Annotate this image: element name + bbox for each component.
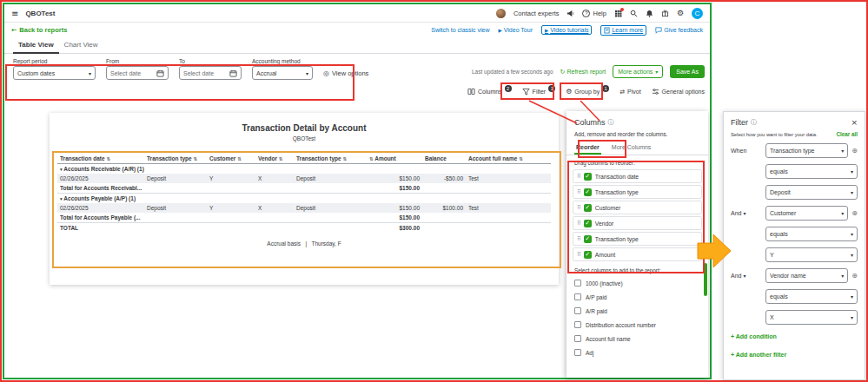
col-header[interactable]: ⇅ Amount [367, 154, 422, 164]
remove-condition-icon[interactable]: ⊕ [851, 147, 858, 155]
checkbox-checked[interactable]: ✓ [584, 173, 592, 181]
view-options-button[interactable]: ◎ View options [323, 69, 368, 80]
give-feedback-link[interactable]: Give feedback [655, 27, 703, 34]
switch-classic-link[interactable]: Switch to classic view [431, 27, 489, 33]
remove-condition-icon[interactable]: ⊕ [851, 209, 858, 217]
collapse-group-icon[interactable]: ▾ [60, 196, 63, 201]
info-icon[interactable]: ⓘ [751, 118, 757, 127]
group-header-row[interactable]: ▾ Accounts Payable (A/P) (1) [57, 194, 551, 204]
add-column-item[interactable]: Account full name [574, 333, 700, 345]
group-header-row[interactable]: ▾ Accounts Receivable (A/R) (1) [57, 164, 551, 175]
and-label[interactable]: And▾ [731, 210, 762, 216]
settings-gear-icon[interactable]: ⚙ [677, 9, 684, 17]
add-column-item[interactable]: Adj [574, 346, 700, 359]
remove-condition-icon[interactable]: ⊕ [851, 272, 858, 280]
general-options-button[interactable]: General options [652, 88, 705, 96]
info-icon[interactable]: ⓘ [608, 118, 614, 127]
reorder-item[interactable]: ⠿ ✓ Transaction type [573, 232, 702, 246]
reorder-item[interactable]: ⠿ ✓ Vendor [573, 216, 702, 230]
checkbox-unchecked[interactable] [574, 307, 581, 314]
video-tour-link[interactable]: ▶ Video Tour [499, 27, 533, 33]
add-column-item[interactable]: Distribution account number [574, 319, 700, 331]
checkbox-checked[interactable]: ✓ [584, 204, 592, 212]
checkbox-unchecked[interactable] [574, 293, 581, 300]
clear-all-link[interactable]: Clear all [836, 131, 858, 137]
notifications-bell-icon[interactable] [646, 10, 653, 17]
add-another-filter-link[interactable]: + Add another filter [731, 352, 858, 358]
drag-handle-icon[interactable]: ⠿ [577, 251, 580, 258]
add-column-item[interactable]: A/R paid [574, 305, 700, 317]
close-icon[interactable]: × [851, 118, 858, 127]
add-condition-link[interactable]: + Add condition [731, 333, 858, 339]
checkbox-checked[interactable]: ✓ [584, 220, 592, 227]
report-period-select[interactable]: Custom dates ▾ [13, 66, 96, 80]
drag-handle-icon[interactable]: ⠿ [577, 220, 580, 227]
tab-table-view[interactable]: Table View [13, 37, 59, 54]
col-header[interactable]: Vendor ⇅ [255, 154, 294, 164]
and-label[interactable]: And▾ [731, 273, 762, 279]
table-row[interactable]: 02/26/2025 Deposit Y X Deposit $150.00 $… [57, 203, 551, 213]
checkbox-unchecked[interactable] [574, 321, 581, 328]
collapse-group-icon[interactable]: ▾ [60, 167, 63, 172]
tab-reorder[interactable]: Reorder [574, 142, 601, 155]
tab-more-columns[interactable]: More Columns [610, 142, 653, 155]
group-by-button[interactable]: ⚙ Group by 1 [566, 88, 609, 96]
drag-handle-icon[interactable]: ⠿ [577, 235, 580, 242]
reorder-item[interactable]: ⠿ ✓ Amount [573, 247, 702, 261]
accounting-method-select[interactable]: Accrual ▾ [252, 66, 313, 80]
pivot-button[interactable]: ⇄ Pivot [620, 89, 640, 96]
value-select[interactable]: Deposit▾ [765, 185, 858, 200]
apps-grid-icon[interactable] [614, 10, 622, 17]
checkbox-checked[interactable]: ✓ [584, 235, 592, 243]
operator-select[interactable]: equals▾ [765, 227, 858, 241]
help-button[interactable]: ? Help [582, 10, 606, 17]
columns-button[interactable]: Columns 2 [467, 88, 512, 96]
drag-handle-icon[interactable]: ⠿ [577, 204, 580, 211]
add-column-item[interactable]: A/P paid [574, 291, 700, 303]
col-header[interactable]: Account full name ⇅ [466, 154, 551, 164]
contact-experts-link[interactable]: Contact experts [514, 10, 560, 17]
reorder-item[interactable]: ⠿ ✓ Customer [573, 201, 702, 214]
table-row[interactable]: 02/26/2025 Deposit Y X Deposit $150.00 -… [57, 174, 551, 183]
topbar-right: Contact experts ? Help [496, 8, 703, 19]
field-select[interactable]: Customer▾ [765, 206, 848, 221]
learn-more-link[interactable]: Learn more [600, 25, 646, 36]
checkbox-checked[interactable]: ✓ [584, 251, 592, 259]
more-actions-button[interactable]: More actions ▾ [613, 65, 663, 78]
value-select[interactable]: Y▾ [765, 247, 858, 262]
add-column-item[interactable]: 1000 (inactive) [574, 277, 700, 289]
checkbox-unchecked[interactable] [574, 335, 581, 342]
gift-icon[interactable] [661, 10, 669, 17]
to-date-input[interactable]: Select date [179, 66, 242, 80]
operator-select[interactable]: equals▾ [765, 164, 858, 179]
col-header[interactable]: Transaction type ⇅ [144, 154, 207, 164]
user-avatar[interactable]: C [692, 8, 703, 19]
col-header[interactable]: Balance [422, 154, 466, 164]
filter-button[interactable]: Filter 1 [522, 88, 556, 96]
operator-select[interactable]: equals▾ [765, 289, 858, 304]
megaphone-icon[interactable] [567, 10, 574, 17]
drag-handle-icon[interactable]: ⠿ [577, 173, 580, 180]
col-header[interactable]: Customer ⇅ [207, 154, 255, 164]
save-as-button[interactable]: Save As [670, 65, 705, 78]
field-select[interactable]: Transaction type▾ [765, 143, 848, 158]
checkbox-unchecked[interactable] [574, 280, 581, 286]
checkbox-checked[interactable]: ✓ [584, 188, 592, 196]
reorder-item[interactable]: ⠿ ✓ Transaction type [573, 185, 702, 199]
scrollbar-thumb[interactable] [704, 263, 707, 296]
search-icon[interactable] [630, 10, 638, 17]
field-select[interactable]: Vendor name▾ [765, 268, 848, 283]
value-select[interactable]: X▾ [765, 310, 858, 325]
back-to-reports-link[interactable]: ← Back to reports [11, 26, 67, 34]
video-tutorials-link[interactable]: ▶ Video tutorials [541, 25, 592, 35]
hamburger-menu-icon[interactable]: ≡ [11, 9, 18, 18]
from-date-input[interactable]: Select date [106, 66, 169, 80]
col-header[interactable]: Transaction type ⇅ [294, 154, 367, 164]
group-total-row: Total for Accounts Receivabl... $150.00 [57, 183, 551, 194]
tab-chart-view[interactable]: Chart View [59, 37, 103, 54]
col-header[interactable]: Transaction date ⇅ [57, 154, 144, 164]
reorder-item[interactable]: ⠿ ✓ Transaction date [573, 169, 702, 183]
checkbox-unchecked[interactable] [574, 349, 581, 356]
refresh-report-link[interactable]: ↻ Refresh report [560, 69, 606, 76]
drag-handle-icon[interactable]: ⠿ [577, 188, 580, 195]
